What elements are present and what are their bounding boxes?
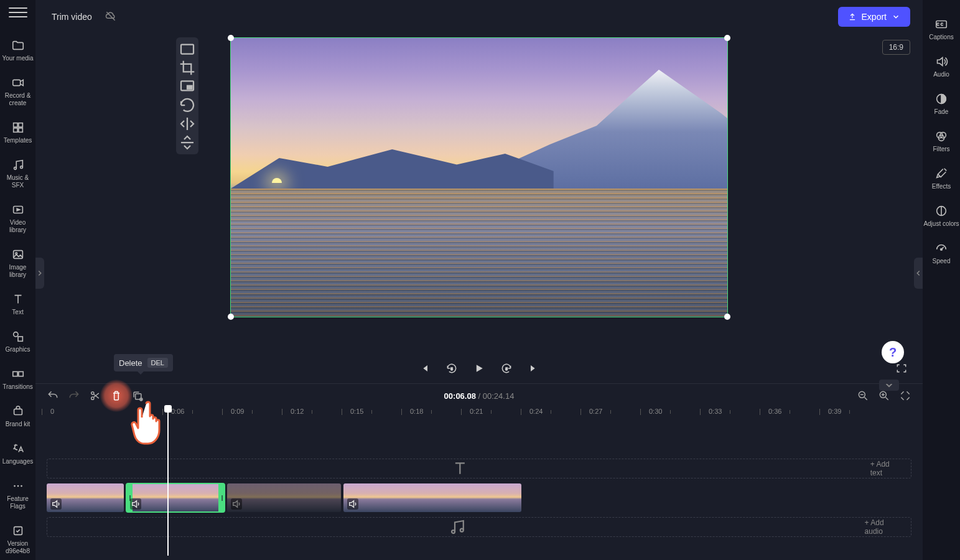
resize-handle-bl[interactable]	[228, 314, 234, 320]
sidebar-item-brand-kit[interactable]: Brand kit	[0, 398, 35, 436]
text-icon	[11, 292, 25, 306]
forward-5-button[interactable]: 5	[500, 362, 513, 375]
ruler-tick: 0:09	[231, 408, 244, 415]
camera-icon	[11, 76, 25, 90]
export-button[interactable]: Export	[838, 7, 910, 27]
timeline-clip[interactable]	[227, 483, 341, 512]
resize-handle-tr[interactable]	[724, 35, 730, 41]
svg-rect-4	[18, 128, 22, 132]
resize-handle-tl[interactable]	[228, 35, 234, 41]
sidebar-item-adjust-colors[interactable]: Adjust colors	[923, 198, 960, 235]
zoom-fit-button[interactable]	[899, 390, 911, 402]
music-icon	[11, 158, 25, 172]
sidebar-item-version[interactable]: Version d96e4b8	[0, 518, 35, 560]
skip-end-button[interactable]	[528, 362, 540, 375]
play-button[interactable]	[473, 362, 485, 375]
split-button[interactable]	[89, 390, 101, 402]
clip-audio-icon[interactable]	[50, 498, 62, 510]
svg-point-24	[91, 392, 94, 394]
timeline-toolbar: Delete DEL 00:06.08 / 00:24.14	[35, 384, 923, 408]
menu-button[interactable]	[9, 7, 27, 17]
preview-canvas[interactable]	[230, 37, 728, 317]
right-sidebar: Captions Audio Fade Filters Effects Adju…	[923, 0, 960, 560]
sidebar-item-filters[interactable]: Filters	[923, 123, 960, 161]
text-track[interactable]: + Add text	[47, 459, 911, 478]
fade-icon	[934, 92, 948, 106]
sidebar-label: Text	[11, 309, 24, 316]
crop-tool[interactable]	[176, 58, 198, 77]
expand-left-panel[interactable]	[35, 258, 44, 289]
sidebar-item-speed[interactable]: Speed	[923, 235, 960, 273]
svg-rect-0	[12, 80, 20, 85]
sidebar-item-templates[interactable]: Templates	[0, 114, 35, 152]
clip-audio-icon[interactable]	[130, 498, 141, 510]
sidebar-label: Graphics	[4, 346, 31, 353]
cloud-off-icon[interactable]	[105, 10, 117, 24]
flip-horizontal-tool[interactable]	[176, 114, 198, 133]
canvas-tools	[176, 37, 198, 154]
timeline-clip[interactable]	[126, 483, 225, 512]
sidebar-item-your-media[interactable]: Your media	[0, 32, 35, 70]
flip-vertical-tool[interactable]	[176, 133, 198, 152]
fit-tool[interactable]	[176, 40, 198, 58]
sidebar-item-graphics[interactable]: Graphics	[0, 324, 35, 361]
svg-rect-2	[18, 123, 22, 127]
help-button[interactable]: ?	[882, 341, 904, 363]
aspect-ratio-badge[interactable]: 16:9	[882, 40, 910, 55]
svg-rect-3	[13, 128, 17, 132]
sidebar-item-transitions[interactable]: Transitions	[0, 361, 35, 398]
sidebar-label: Adjust colors	[923, 220, 959, 228]
playhead[interactable]	[167, 406, 169, 556]
delete-button[interactable]	[110, 390, 123, 402]
svg-rect-8	[13, 251, 22, 259]
add-audio-label: + Add audio	[865, 518, 902, 536]
svg-rect-12	[12, 371, 17, 376]
main-area: Trim video Export	[35, 0, 923, 560]
upload-icon	[848, 12, 857, 21]
sidebar-item-video-library[interactable]: Video library	[0, 197, 35, 241]
timeline-clip[interactable]	[47, 483, 124, 512]
svg-point-10	[13, 332, 17, 337]
sidebar-item-languages[interactable]: Languages	[0, 436, 35, 473]
filters-icon	[934, 129, 948, 143]
audio-track[interactable]: + Add audio	[47, 517, 911, 537]
duplicate-button[interactable]	[131, 390, 144, 402]
sidebar-label: Speed	[933, 258, 951, 265]
rotate-tool[interactable]	[176, 96, 198, 114]
sidebar-item-audio[interactable]: Audio	[923, 49, 960, 86]
sidebar-label: Version d96e4b8	[0, 540, 35, 555]
sidebar-label: Brand kit	[4, 421, 31, 428]
sidebar-item-text[interactable]: Text	[0, 286, 35, 324]
skip-start-button[interactable]	[418, 362, 431, 375]
delete-tooltip: Delete DEL	[114, 354, 173, 371]
video-track[interactable]	[47, 483, 911, 512]
pip-tool[interactable]	[176, 77, 198, 96]
transitions-icon	[11, 367, 25, 381]
sidebar-item-music-sfx[interactable]: Music & SFX	[0, 152, 35, 197]
rewind-5-button[interactable]: 5	[445, 362, 458, 375]
sidebar-item-record-create[interactable]: Record & create	[0, 70, 35, 114]
sidebar-item-feature-flags[interactable]: Feature Flags	[0, 473, 35, 518]
zoom-in-button[interactable]	[878, 390, 890, 402]
timecode: 00:06.08 / 00:24.14	[444, 391, 515, 401]
speed-icon	[934, 241, 948, 255]
timeline-clip[interactable]	[343, 483, 521, 512]
brand-kit-icon	[11, 404, 25, 418]
sidebar-item-image-library[interactable]: Image library	[0, 241, 35, 286]
expand-right-panel[interactable]	[914, 258, 923, 289]
video-library-icon	[11, 203, 25, 217]
sidebar-item-captions[interactable]: Captions	[923, 11, 960, 49]
sidebar-item-fade[interactable]: Fade	[923, 86, 960, 123]
resize-handle-br[interactable]	[724, 314, 730, 320]
chevron-left-icon	[914, 258, 923, 289]
clip-audio-icon[interactable]	[231, 498, 242, 510]
zoom-out-button[interactable]	[857, 390, 869, 402]
sidebar-item-effects[interactable]: Effects	[923, 161, 960, 198]
svg-rect-11	[18, 337, 22, 341]
ruler-tick: 0:39	[828, 408, 841, 415]
ruler-tick: 0:15	[350, 408, 363, 415]
clip-audio-icon[interactable]	[347, 498, 358, 510]
undo-button[interactable]	[47, 390, 59, 402]
fullscreen-button[interactable]	[895, 362, 908, 375]
redo-button[interactable]	[68, 390, 80, 402]
